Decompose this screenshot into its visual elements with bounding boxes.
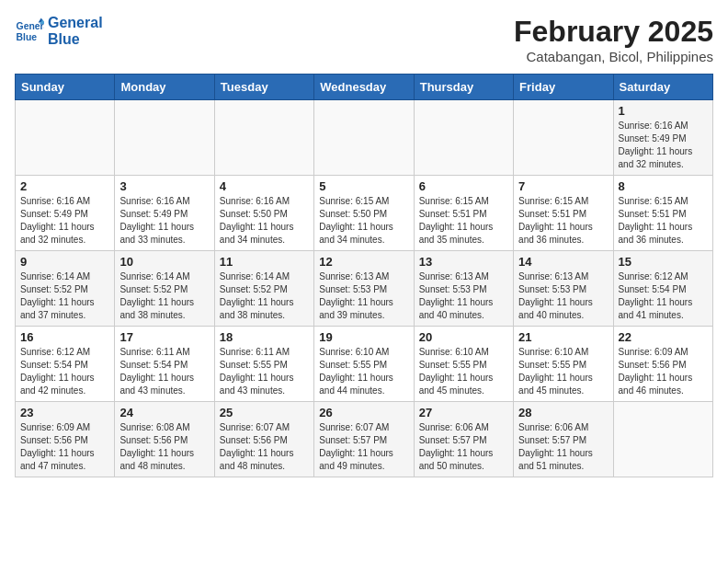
calendar-cell: 24Sunrise: 6:08 AM Sunset: 5:56 PM Dayli… xyxy=(115,402,214,477)
calendar-cell: 2Sunrise: 6:16 AM Sunset: 5:49 PM Daylig… xyxy=(16,176,115,251)
calendar-cell: 12Sunrise: 6:13 AM Sunset: 5:53 PM Dayli… xyxy=(314,251,414,327)
calendar-cell xyxy=(414,100,513,176)
day-number: 3 xyxy=(119,179,209,193)
day-info: Sunrise: 6:09 AM Sunset: 5:56 PM Dayligh… xyxy=(20,421,109,473)
weekday-header-tuesday: Tuesday xyxy=(214,75,313,100)
day-number: 14 xyxy=(518,255,608,269)
logo: General Blue General Blue xyxy=(15,15,103,47)
calendar-cell: 16Sunrise: 6:12 AM Sunset: 5:54 PM Dayli… xyxy=(16,327,115,402)
day-info: Sunrise: 6:14 AM Sunset: 5:52 PM Dayligh… xyxy=(20,270,109,322)
logo-wordmark: General Blue xyxy=(48,15,103,47)
calendar-cell xyxy=(514,100,613,176)
day-number: 28 xyxy=(518,406,608,419)
day-info: Sunrise: 6:16 AM Sunset: 5:49 PM Dayligh… xyxy=(119,195,209,247)
day-number: 8 xyxy=(619,179,708,193)
calendar-cell: 1Sunrise: 6:16 AM Sunset: 5:49 PM Daylig… xyxy=(613,100,712,176)
day-info: Sunrise: 6:09 AM Sunset: 5:56 PM Dayligh… xyxy=(619,346,708,397)
day-info: Sunrise: 6:13 AM Sunset: 5:53 PM Dayligh… xyxy=(518,270,608,322)
calendar-cell: 27Sunrise: 6:06 AM Sunset: 5:57 PM Dayli… xyxy=(414,402,513,477)
day-info: Sunrise: 6:13 AM Sunset: 5:53 PM Dayligh… xyxy=(319,270,408,322)
calendar-cell: 10Sunrise: 6:14 AM Sunset: 5:52 PM Dayli… xyxy=(115,251,214,327)
calendar-cell xyxy=(613,402,712,477)
day-info: Sunrise: 6:07 AM Sunset: 5:57 PM Dayligh… xyxy=(319,421,408,473)
calendar-cell: 13Sunrise: 6:13 AM Sunset: 5:53 PM Dayli… xyxy=(414,251,513,327)
calendar-cell: 14Sunrise: 6:13 AM Sunset: 5:53 PM Dayli… xyxy=(514,251,613,327)
calendar-cell xyxy=(314,100,414,176)
day-number: 17 xyxy=(119,330,209,344)
day-info: Sunrise: 6:12 AM Sunset: 5:54 PM Dayligh… xyxy=(619,270,708,322)
day-number: 11 xyxy=(220,255,309,269)
day-number: 5 xyxy=(319,179,408,193)
day-number: 24 xyxy=(119,406,209,419)
calendar-cell: 19Sunrise: 6:10 AM Sunset: 5:55 PM Dayli… xyxy=(314,327,414,402)
calendar-week-2: 2Sunrise: 6:16 AM Sunset: 5:49 PM Daylig… xyxy=(16,176,713,251)
day-info: Sunrise: 6:14 AM Sunset: 5:52 PM Dayligh… xyxy=(220,270,309,322)
day-info: Sunrise: 6:10 AM Sunset: 5:55 PM Dayligh… xyxy=(419,346,508,397)
calendar-cell: 23Sunrise: 6:09 AM Sunset: 5:56 PM Dayli… xyxy=(16,402,115,477)
title-block: February 2025 Catabangan, Bicol, Philipp… xyxy=(514,15,713,64)
calendar-cell: 7Sunrise: 6:15 AM Sunset: 5:51 PM Daylig… xyxy=(514,176,613,251)
day-info: Sunrise: 6:08 AM Sunset: 5:56 PM Dayligh… xyxy=(119,421,209,473)
weekday-header-thursday: Thursday xyxy=(414,75,513,100)
day-info: Sunrise: 6:07 AM Sunset: 5:56 PM Dayligh… xyxy=(220,421,309,473)
day-number: 23 xyxy=(20,406,109,419)
calendar-cell: 15Sunrise: 6:12 AM Sunset: 5:54 PM Dayli… xyxy=(613,251,712,327)
day-info: Sunrise: 6:15 AM Sunset: 5:50 PM Dayligh… xyxy=(319,195,408,247)
day-number: 10 xyxy=(119,255,209,269)
day-number: 15 xyxy=(619,255,708,269)
calendar-week-1: 1Sunrise: 6:16 AM Sunset: 5:49 PM Daylig… xyxy=(16,100,713,176)
day-number: 20 xyxy=(419,330,508,344)
day-info: Sunrise: 6:15 AM Sunset: 5:51 PM Dayligh… xyxy=(619,195,708,247)
weekday-header-sunday: Sunday xyxy=(16,75,115,100)
calendar-cell xyxy=(214,100,313,176)
day-number: 9 xyxy=(20,255,109,269)
day-info: Sunrise: 6:12 AM Sunset: 5:54 PM Dayligh… xyxy=(20,346,109,397)
calendar-cell: 3Sunrise: 6:16 AM Sunset: 5:49 PM Daylig… xyxy=(115,176,214,251)
day-number: 18 xyxy=(220,330,309,344)
day-number: 1 xyxy=(619,104,708,118)
day-info: Sunrise: 6:16 AM Sunset: 5:49 PM Dayligh… xyxy=(20,195,109,247)
calendar-week-5: 23Sunrise: 6:09 AM Sunset: 5:56 PM Dayli… xyxy=(16,402,713,477)
day-number: 2 xyxy=(20,179,109,193)
day-info: Sunrise: 6:15 AM Sunset: 5:51 PM Dayligh… xyxy=(518,195,608,247)
calendar-cell: 28Sunrise: 6:06 AM Sunset: 5:57 PM Dayli… xyxy=(514,402,613,477)
day-number: 4 xyxy=(220,179,309,193)
day-number: 26 xyxy=(319,406,408,419)
calendar-cell: 8Sunrise: 6:15 AM Sunset: 5:51 PM Daylig… xyxy=(613,176,712,251)
calendar-table: SundayMondayTuesdayWednesdayThursdayFrid… xyxy=(15,74,713,477)
calendar-cell: 18Sunrise: 6:11 AM Sunset: 5:55 PM Dayli… xyxy=(214,327,313,402)
calendar-cell: 4Sunrise: 6:16 AM Sunset: 5:50 PM Daylig… xyxy=(214,176,313,251)
calendar-cell xyxy=(16,100,115,176)
calendar-week-4: 16Sunrise: 6:12 AM Sunset: 5:54 PM Dayli… xyxy=(16,327,713,402)
day-info: Sunrise: 6:15 AM Sunset: 5:51 PM Dayligh… xyxy=(419,195,508,247)
day-info: Sunrise: 6:13 AM Sunset: 5:53 PM Dayligh… xyxy=(419,270,508,322)
weekday-header-friday: Friday xyxy=(514,75,613,100)
calendar-subtitle: Catabangan, Bicol, Philippines xyxy=(514,49,713,64)
weekday-header-saturday: Saturday xyxy=(613,75,712,100)
day-info: Sunrise: 6:10 AM Sunset: 5:55 PM Dayligh… xyxy=(319,346,408,397)
day-info: Sunrise: 6:06 AM Sunset: 5:57 PM Dayligh… xyxy=(518,421,608,473)
svg-text:Blue: Blue xyxy=(17,31,38,41)
calendar-cell: 5Sunrise: 6:15 AM Sunset: 5:50 PM Daylig… xyxy=(314,176,414,251)
day-number: 13 xyxy=(419,255,508,269)
calendar-cell: 25Sunrise: 6:07 AM Sunset: 5:56 PM Dayli… xyxy=(214,402,313,477)
calendar-title: February 2025 xyxy=(514,15,713,49)
logo-icon: General Blue xyxy=(15,17,44,46)
day-number: 19 xyxy=(319,330,408,344)
calendar-cell: 9Sunrise: 6:14 AM Sunset: 5:52 PM Daylig… xyxy=(16,251,115,327)
weekday-header-row: SundayMondayTuesdayWednesdayThursdayFrid… xyxy=(16,75,713,100)
day-info: Sunrise: 6:06 AM Sunset: 5:57 PM Dayligh… xyxy=(419,421,508,473)
day-number: 27 xyxy=(419,406,508,419)
day-number: 7 xyxy=(518,179,608,193)
calendar-cell: 11Sunrise: 6:14 AM Sunset: 5:52 PM Dayli… xyxy=(214,251,313,327)
calendar-cell xyxy=(115,100,214,176)
day-number: 22 xyxy=(619,330,708,344)
day-number: 6 xyxy=(419,179,508,193)
calendar-cell: 21Sunrise: 6:10 AM Sunset: 5:55 PM Dayli… xyxy=(514,327,613,402)
page-header: General Blue General Blue February 2025 … xyxy=(15,15,713,64)
day-number: 12 xyxy=(319,255,408,269)
day-number: 16 xyxy=(20,330,109,344)
day-info: Sunrise: 6:14 AM Sunset: 5:52 PM Dayligh… xyxy=(119,270,209,322)
day-info: Sunrise: 6:10 AM Sunset: 5:55 PM Dayligh… xyxy=(518,346,608,397)
day-info: Sunrise: 6:16 AM Sunset: 5:50 PM Dayligh… xyxy=(220,195,309,247)
